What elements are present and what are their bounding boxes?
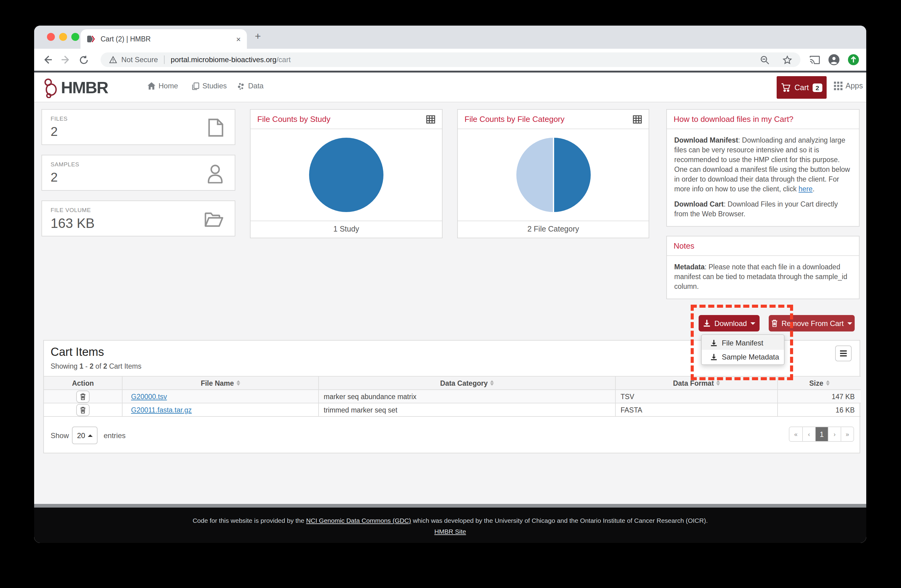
remove-from-cart-button[interactable]: Remove From Cart xyxy=(769,315,855,331)
site-header: HMBR Home Studies Data Cart 2 Apps xyxy=(34,73,866,103)
row-action-cell xyxy=(44,390,122,403)
nav-apps-label: Apps xyxy=(845,82,863,90)
person-icon xyxy=(207,164,224,184)
file-link[interactable]: G20011.fasta.tar.gz xyxy=(131,406,192,414)
caret-down-icon xyxy=(847,322,852,325)
study-pie xyxy=(309,138,383,212)
page-size-select[interactable]: 20 xyxy=(72,426,98,444)
notes-paragraph: Metadata: Please note that each file in … xyxy=(674,262,852,291)
howto-panel: How to download files in my Cart? Downlo… xyxy=(666,109,860,227)
cart-icon xyxy=(781,83,791,92)
remove-row-button[interactable] xyxy=(76,390,90,403)
studies-icon xyxy=(192,82,200,90)
sort-icon xyxy=(236,380,240,386)
forward-icon[interactable] xyxy=(61,55,71,65)
column-header-action[interactable]: Action xyxy=(44,376,122,389)
cart-items-table: Action File Name Data Category Data Form… xyxy=(44,376,861,417)
row-format-cell: TSV xyxy=(615,390,777,403)
category-panel-title: File Counts by File Category xyxy=(465,115,633,124)
table-footer-row: Show 20 entries « ‹ 1 › » xyxy=(44,416,861,454)
row-format-cell: FASTA xyxy=(615,403,777,416)
pagination-next[interactable]: › xyxy=(828,427,841,441)
hmbr-logo[interactable]: HMBR xyxy=(41,78,108,98)
pagination-prev[interactable]: ‹ xyxy=(802,427,815,441)
category-pie-chart[interactable] xyxy=(458,129,648,221)
home-icon xyxy=(148,82,156,90)
nav-home[interactable]: Home xyxy=(148,82,178,90)
hmbr-site-link[interactable]: HMBR Site xyxy=(434,528,466,535)
browser-window: Cart (2) | HMBR × + Not Secure po xyxy=(34,26,866,543)
stat-card-file-volume: FILE VOLUME 163 KB xyxy=(41,201,235,236)
howto-cart-bold: Download Cart xyxy=(674,201,723,208)
nav-apps[interactable]: Apps xyxy=(834,82,863,90)
row-category-cell: trimmed marker seq set xyxy=(318,403,615,416)
sample-metadata-label: Sample Metadata xyxy=(722,353,779,361)
back-icon[interactable] xyxy=(43,55,52,65)
tab-close-icon[interactable]: × xyxy=(236,34,241,44)
nav-studies[interactable]: Studies xyxy=(192,82,227,90)
howto-manifest-bold: Download Manifest xyxy=(674,137,738,144)
caret-down-icon xyxy=(750,322,755,325)
study-pie-caption: 1 Study xyxy=(251,221,442,237)
notes-panel-body: Metadata: Please note that each file in … xyxy=(667,256,859,299)
table-row: G20000.tsv marker seq abundance matrix T… xyxy=(44,389,861,403)
chrome-update-icon[interactable] xyxy=(848,54,859,65)
row-category-cell: marker seq abundance matrix xyxy=(318,390,615,403)
new-tab-button[interactable]: + xyxy=(255,31,261,43)
browser-tab[interactable]: Cart (2) | HMBR × xyxy=(81,29,247,49)
nav-data[interactable]: Data xyxy=(237,82,263,90)
pagination-page-1[interactable]: 1 xyxy=(815,427,828,441)
reload-icon[interactable] xyxy=(79,55,88,64)
sort-icon xyxy=(716,380,720,386)
security-label: Not Secure xyxy=(121,56,158,64)
column-header-size[interactable]: Size xyxy=(777,376,861,389)
menu-item-file-manifest[interactable]: File Manifest xyxy=(701,336,784,350)
column-header-data-format[interactable]: Data Format xyxy=(615,376,777,389)
cart-button[interactable]: Cart 2 xyxy=(777,76,827,99)
apps-grid-icon xyxy=(834,82,842,90)
howto-panel-header: How to download files in my Cart? xyxy=(667,110,859,129)
row-action-cell xyxy=(44,403,122,416)
howto-paragraph-manifest: Download Manifest: Downloading and analy… xyxy=(674,135,852,194)
menu-item-sample-metadata[interactable]: Sample Metadata xyxy=(701,350,784,364)
mac-close-button[interactable] xyxy=(47,33,55,41)
study-pie-chart[interactable] xyxy=(251,129,442,221)
row-size-cell: 16 KB xyxy=(777,403,861,416)
url-bar[interactable]: Not Secure portal.microbiome-bioactives.… xyxy=(101,52,800,67)
remove-button-label: Remove From Cart xyxy=(781,319,844,328)
bookmark-star-icon[interactable] xyxy=(783,55,792,64)
gdc-link[interactable]: NCI Genomic Data Commons (GDC) xyxy=(306,517,411,524)
row-file-cell: G20011.fasta.tar.gz xyxy=(122,403,318,416)
column-header-data-category[interactable]: Data Category xyxy=(318,376,615,389)
mac-zoom-button[interactable] xyxy=(71,33,79,41)
profile-avatar-icon[interactable] xyxy=(828,54,839,65)
samples-label: SAMPLES xyxy=(51,161,79,168)
file-icon xyxy=(208,118,224,137)
download-button[interactable]: Download xyxy=(698,315,759,331)
study-panel-title: File Counts by Study xyxy=(257,115,426,124)
file-manifest-label: File Manifest xyxy=(722,339,763,347)
entries-label: entries xyxy=(104,431,126,440)
howto-paragraph-cart: Download Cart: Download Files in your Ca… xyxy=(674,199,852,219)
samples-value: 2 xyxy=(51,170,58,185)
showing-dash: - xyxy=(83,362,89,370)
pagination-first[interactable]: « xyxy=(789,427,802,441)
pagination-last[interactable]: » xyxy=(841,427,853,441)
mac-minimize-button[interactable] xyxy=(59,33,67,41)
remove-row-button[interactable] xyxy=(76,404,90,416)
tab-title: Cart (2) | HMBR xyxy=(101,35,236,43)
list-options-button[interactable] xyxy=(835,345,852,361)
column-header-file-name[interactable]: File Name xyxy=(122,376,318,389)
cast-icon[interactable] xyxy=(809,55,820,64)
file-link[interactable]: G20000.tsv xyxy=(131,393,167,400)
zoom-out-icon[interactable] xyxy=(760,55,769,64)
here-link[interactable]: here xyxy=(798,185,813,193)
table-view-icon[interactable] xyxy=(633,115,642,123)
cart-items-showing: Showing 1 - 2 of 2 Cart Items xyxy=(51,362,142,370)
hmbr-favicon-icon xyxy=(87,35,95,43)
howto-manifest-end: . xyxy=(813,185,814,193)
omnibox-divider xyxy=(164,56,165,64)
category-pie xyxy=(516,138,591,212)
table-view-icon[interactable] xyxy=(426,115,435,123)
show-label: Show xyxy=(51,431,69,440)
